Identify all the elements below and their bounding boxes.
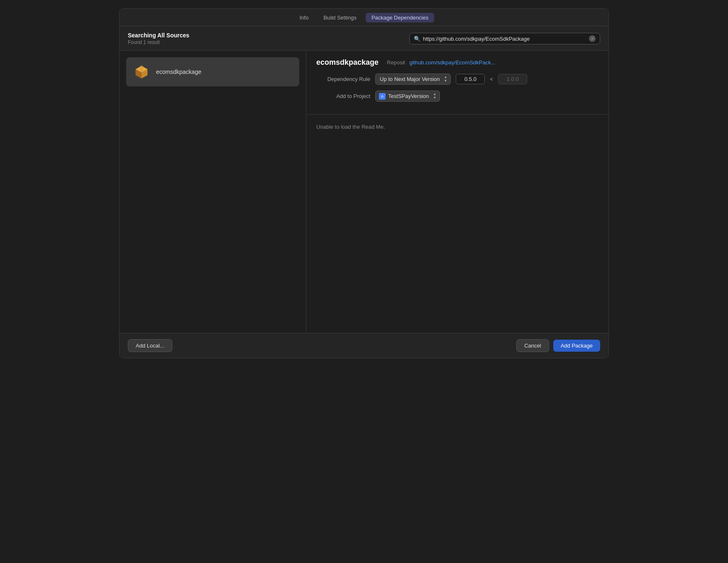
dependency-rule-stepper[interactable]: ▲ ▼: [444, 76, 447, 83]
package-list-item-name: ecomsdkpackage: [156, 69, 201, 75]
tab-package-dependencies[interactable]: Package Dependencies: [366, 13, 434, 22]
cancel-button[interactable]: Cancel: [516, 339, 549, 352]
add-package-button[interactable]: Add Package: [553, 340, 600, 352]
tab-build-settings[interactable]: Build Settings: [318, 13, 362, 22]
found-results-subtitle: Found 1 result: [128, 39, 189, 45]
left-panel: ecomsdkpackage: [120, 51, 306, 333]
dependency-rule-value: Up to Next Major Version: [380, 76, 440, 82]
clear-icon[interactable]: ✕: [589, 35, 596, 42]
searching-title: Searching All Sources: [128, 32, 189, 39]
add-local-button[interactable]: Add Local...: [128, 339, 172, 352]
project-stepper-down: ▼: [433, 96, 436, 100]
package-header: ecomsdkpackage Reposit github.com/sdkpay…: [316, 58, 599, 67]
package-list-item[interactable]: ecomsdkpackage: [126, 57, 299, 86]
add-to-project-row: Add to Project A TestSPayVersion ▲ ▼: [316, 91, 599, 102]
tab-info[interactable]: Info: [294, 13, 315, 22]
svg-marker-4: [140, 65, 142, 72]
version-separator: <: [490, 76, 493, 82]
stepper-down-arrow: ▼: [444, 79, 447, 83]
search-icon: 🔍: [414, 36, 420, 42]
project-select[interactable]: A TestSPayVersion ▲ ▼: [375, 91, 440, 102]
add-to-project-label: Add to Project: [316, 93, 370, 99]
footer: Add Local... Cancel Add Package: [120, 333, 608, 358]
version-from-input[interactable]: [456, 74, 485, 84]
main-window: Info Build Settings Package Dependencies…: [119, 8, 609, 358]
project-stepper[interactable]: ▲ ▼: [433, 93, 436, 100]
tab-bar: Info Build Settings Package Dependencies: [120, 9, 608, 26]
readme-text: Unable to load the Read Me.: [316, 124, 385, 130]
dependency-rule-select[interactable]: Up to Next Major Version ▲ ▼: [375, 73, 451, 85]
readme-area: Unable to load the Read Me.: [306, 115, 608, 333]
search-input[interactable]: [423, 36, 586, 42]
search-title: Searching All Sources Found 1 result: [128, 32, 189, 45]
dependency-rule-label: Dependency Rule: [316, 76, 370, 82]
project-icon: A: [379, 93, 386, 100]
footer-right: Cancel Add Package: [516, 339, 600, 352]
stepper-up-arrow: ▲: [444, 76, 447, 79]
repo-link[interactable]: github.com/sdkpay/EcomSdkPack...: [409, 59, 495, 66]
package-details: ecomsdkpackage Reposit github.com/sdkpay…: [306, 51, 608, 115]
right-panel: ecomsdkpackage Reposit github.com/sdkpay…: [306, 51, 608, 333]
dependency-rule-row: Dependency Rule Up to Next Major Version…: [316, 73, 599, 85]
svg-marker-5: [142, 65, 143, 72]
search-box[interactable]: 🔍 ✕: [409, 33, 600, 44]
project-stepper-up: ▲: [433, 93, 436, 96]
project-select-value: TestSPayVersion: [388, 93, 429, 99]
repo-label: Reposit: [387, 59, 405, 66]
package-icon: [133, 63, 150, 81]
package-detail-name: ecomsdkpackage: [316, 58, 379, 67]
search-header: Searching All Sources Found 1 result 🔍 ✕: [120, 26, 608, 51]
main-content: ecomsdkpackage ecomsdkpackage Reposit gi…: [120, 51, 608, 333]
version-to-display: 1.0.0: [498, 74, 527, 84]
